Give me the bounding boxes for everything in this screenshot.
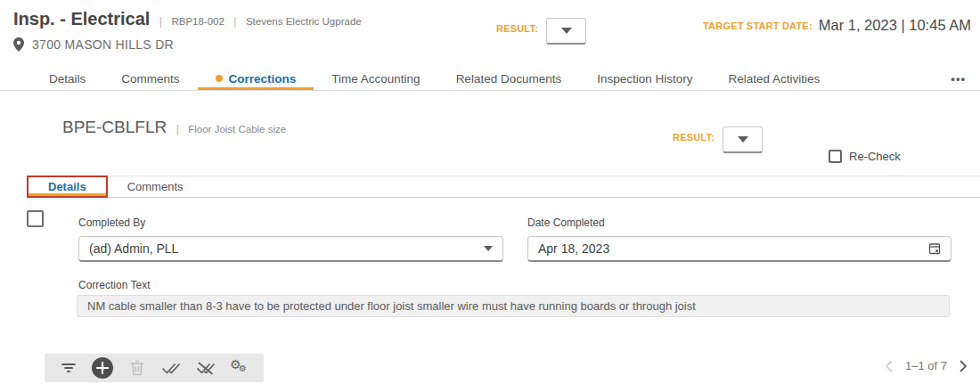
completed-by-label: Completed By (78, 216, 503, 229)
active-tab-dot-icon (216, 75, 223, 82)
result-label: RESULT: (496, 23, 538, 34)
tab-label: Time Accounting (331, 72, 420, 86)
tab-label: Inspection History (597, 72, 692, 86)
correction-description: Floor Joist Cable size (188, 124, 286, 135)
inspection-detail-page: Insp. - Electrical | RBP18-002 | Stevens… (0, 0, 980, 392)
pagination: 1–1 of 7 (885, 359, 968, 372)
settings-icon[interactable]: ⚙⚙ (228, 356, 251, 380)
page-next-icon[interactable] (960, 360, 968, 372)
correction-text-label: Correction Text (78, 279, 150, 291)
corrections-toolbar: ⚙⚙ (45, 354, 264, 382)
location-pin-icon (13, 37, 24, 52)
correction-text-value: NM cable smaller than 8-3 have to be pro… (87, 299, 696, 313)
tab-label: Details (49, 72, 86, 86)
subtab-label: Details (48, 180, 86, 193)
date-completed-label: Date Completed (527, 216, 951, 229)
title-separator: | (233, 15, 236, 28)
page-prev-icon[interactable] (885, 360, 893, 372)
result-label: RESULT: (673, 132, 715, 143)
completed-by-value: (ad) Admin, PLL (89, 241, 178, 256)
record-id: RBP18-002 (171, 16, 224, 27)
correction-text-field: NM cable smaller than 8-3 have to be pro… (77, 295, 950, 317)
page-header: Insp. - Electrical | RBP18-002 | Stevens… (0, 0, 980, 67)
chevron-down-icon (561, 28, 572, 34)
tab-overflow-menu[interactable]: ••• (951, 67, 966, 90)
page-range-text: 1–1 of 7 (905, 359, 947, 372)
title-separator: | (159, 15, 162, 28)
page-title: Insp. - Electrical (13, 9, 150, 29)
main-tabbar: Details Comments Corrections Time Accoun… (0, 67, 980, 91)
add-icon[interactable] (91, 356, 114, 380)
uncheck-all-icon[interactable] (194, 356, 217, 380)
tab-time-accounting[interactable]: Time Accounting (314, 67, 437, 90)
footer-bar: ⚙⚙ 1–1 of 7 (0, 350, 980, 388)
tab-related-documents[interactable]: Related Documents (438, 67, 580, 90)
chevron-down-icon (738, 136, 748, 143)
subtab-label: Comments (127, 180, 184, 193)
filter-icon[interactable] (57, 356, 80, 380)
gears-glyph: ⚙⚙ (230, 358, 249, 378)
recheck-label: Re-Check (849, 150, 901, 163)
completed-by-group: Completed By (ad) Admin, PLL (78, 216, 503, 262)
correction-code: BPE-CBLFLR (62, 118, 167, 136)
date-completed-input[interactable]: Apr 18, 2023 (527, 236, 951, 262)
title-row: Insp. - Electrical | RBP18-002 | Stevens… (13, 9, 362, 29)
target-start-label: TARGET START DATE: (703, 20, 813, 31)
row-select-checkbox[interactable] (27, 210, 44, 227)
chevron-down-icon (484, 246, 493, 251)
address-row: 3700 MASON HILLS DR (13, 37, 174, 52)
subtab-details[interactable]: Details (27, 176, 108, 198)
tab-label: Comments (121, 72, 179, 86)
correction-result-dropdown[interactable] (723, 127, 763, 153)
inspection-result-block: RESULT: (496, 18, 586, 45)
record-name: Stevens Electric Ugprade (246, 16, 362, 27)
tab-corrections[interactable]: Corrections (198, 67, 314, 90)
tab-label: Related Documents (456, 72, 562, 86)
inspection-result-dropdown[interactable] (546, 18, 586, 45)
correction-item-header: BPE-CBLFLR | Floor Joist Cable size RESU… (0, 91, 980, 176)
tab-label: Related Activities (728, 72, 820, 86)
recheck-checkbox[interactable] (829, 150, 842, 163)
correction-details-form: Completed By (ad) Admin, PLL Date Comple… (0, 199, 980, 350)
delete-icon[interactable] (126, 356, 149, 380)
tab-label: Corrections (229, 72, 297, 86)
correction-title: BPE-CBLFLR | Floor Joist Cable size (62, 118, 286, 137)
correction-subtabs: Details Comments (27, 176, 980, 198)
tab-details[interactable]: Details (31, 67, 103, 90)
target-start-block: TARGET START DATE: Mar 1, 2023 | 10:45 A… (703, 17, 971, 34)
tab-inspection-history[interactable]: Inspection History (579, 67, 710, 90)
tab-comments[interactable]: Comments (103, 67, 197, 90)
address-text: 3700 MASON HILLS DR (32, 37, 174, 52)
calendar-icon[interactable] (928, 242, 941, 255)
target-start-value: Mar 1, 2023 | 10:45 AM (819, 17, 971, 34)
correction-result-block: RESULT: (673, 127, 763, 153)
correction-separator: | (176, 123, 179, 135)
date-completed-value: Apr 18, 2023 (538, 241, 609, 256)
tab-related-activities[interactable]: Related Activities (710, 67, 837, 90)
recheck-group: Re-Check (829, 150, 901, 163)
subtab-comments[interactable]: Comments (108, 176, 203, 197)
check-all-icon[interactable] (159, 356, 183, 380)
completed-by-select[interactable]: (ad) Admin, PLL (78, 236, 503, 262)
date-completed-group: Date Completed Apr 18, 2023 (527, 216, 951, 262)
